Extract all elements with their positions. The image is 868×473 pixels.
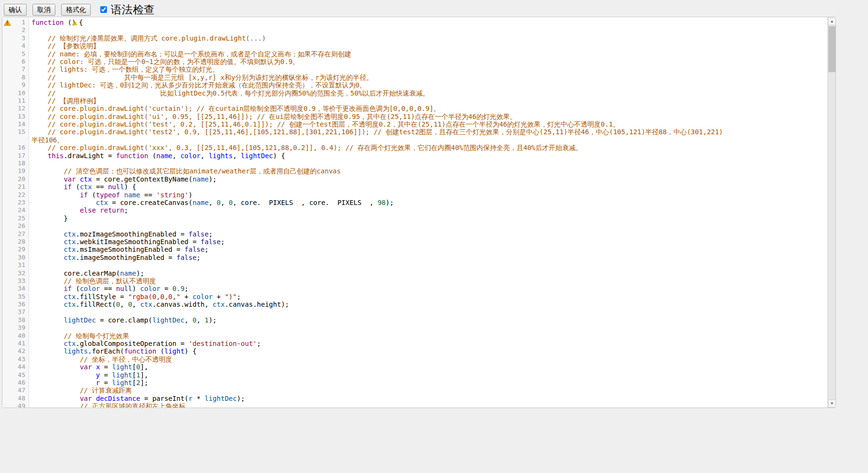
- lint-marker-slot: [2, 355, 12, 363]
- line-number: 24: [12, 206, 27, 214]
- code-line-text: function () {: [27, 19, 827, 26]
- code-line: 47 // 计算衰减距离: [2, 387, 827, 394]
- line-number: 19: [12, 167, 27, 175]
- lint-marker-slot: [2, 199, 12, 206]
- lint-marker-slot: [2, 26, 12, 34]
- line-number: 5: [12, 50, 27, 58]
- inline-warning-icon: [72, 19, 78, 26]
- lint-marker-slot: [2, 58, 12, 65]
- confirm-button[interactable]: 确认: [4, 4, 27, 16]
- lint-marker-slot: [2, 254, 12, 261]
- code-line-text: if (color == null) color = 0.9;: [27, 285, 827, 292]
- line-number: 39: [12, 324, 27, 332]
- syntax-check-toggle[interactable]: 语法检查: [100, 3, 155, 16]
- code-line-text: // name: 必填，要绘制到的画布名；可以是一个系统画布，或者是个自定义画布…: [27, 50, 827, 58]
- code-editor[interactable]: 1function () {23 // 绘制灯光/漆黑层效果。调用方式 core…: [2, 17, 836, 408]
- scroll-down-button[interactable]: ▼: [828, 399, 836, 408]
- lint-marker-slot: [2, 332, 12, 340]
- lint-marker-slot: [2, 301, 12, 308]
- line-number: 2: [12, 26, 27, 34]
- line-number: 25: [12, 215, 27, 222]
- lint-marker-slot: [2, 261, 12, 269]
- lint-marker-slot: [2, 34, 12, 42]
- cancel-button[interactable]: 取消: [32, 4, 55, 16]
- code-line-text: // lights: 可选，一个数组，定义了每个独立的灯光。: [27, 65, 827, 73]
- code-line-text: // core.plugin.drawLight('test', 0.2, [[…: [27, 120, 827, 128]
- code-line: 36 ctx.fillRect(0, 0, ctx.canvas.width, …: [2, 301, 827, 308]
- code-line: 42 lights.forEach(function (light) {: [2, 347, 827, 355]
- lint-marker-slot: [2, 387, 12, 394]
- code-line: 22 if (typeof name == 'string'): [2, 191, 827, 199]
- code-line-text: // 其中每一项是三元组 [x,y,r] x和y分别为该灯光的横纵坐标，r为该灯…: [27, 74, 827, 81]
- code-line: 39: [2, 324, 827, 332]
- code-line-text: [27, 261, 827, 269]
- code-line: 28 ctx.webkitImageSmoothingEnabled = fal…: [2, 238, 827, 246]
- code-line: 34 if (color == null) color = 0.9;: [2, 285, 827, 292]
- lint-marker-slot: [2, 246, 12, 253]
- code-line: 44 var x = light[0],: [2, 363, 827, 371]
- code-line: 11 // 【调用样例】: [2, 97, 827, 105]
- line-number: 7: [12, 65, 27, 73]
- lint-marker-slot: [2, 371, 12, 379]
- lint-marker-slot: [2, 340, 12, 347]
- line-number: 23: [12, 199, 27, 206]
- line-number: [12, 136, 27, 144]
- code-line-text: else return;: [27, 206, 827, 214]
- line-number: 8: [12, 74, 27, 81]
- code-line: 20 var ctx = core.getContextByName(name)…: [2, 175, 827, 183]
- vertical-scrollbar[interactable]: ▲ ▼: [827, 17, 836, 408]
- code-line: 6 // color: 可选，只能是一个0~1之间的数，为不透明度的值。不填则默…: [2, 58, 827, 65]
- lint-marker-slot: [2, 128, 12, 136]
- syntax-check-checkbox[interactable]: [100, 6, 107, 13]
- code-line: 17 this.drawLight = function (name, colo…: [2, 152, 827, 160]
- code-line-text: // 清空色调层；也可以修改成其它层比如animate/weather层，或者用…: [27, 167, 827, 175]
- line-number: 49: [12, 402, 27, 408]
- lint-marker-slot: [2, 324, 12, 332]
- line-number: 15: [12, 128, 27, 136]
- line-number: 41: [12, 340, 27, 347]
- lint-marker-slot: [2, 167, 12, 175]
- lint-marker-slot: [2, 136, 12, 144]
- code-line-text: // 比如lightDec为0.5代表，每个灯光部分内圈50%的范围全亮，50%…: [27, 89, 827, 97]
- code-line: 13 // core.plugin.drawLight('ui', 0.95, …: [2, 113, 827, 120]
- scrollbar-thumb[interactable]: [828, 26, 836, 72]
- code-line: 41 ctx.globalCompositeOperation = 'desti…: [2, 340, 827, 347]
- code-line: 12 // core.plugin.drawLight('curtain'); …: [2, 105, 827, 112]
- lint-marker-slot: [2, 285, 12, 292]
- code-line-text: ctx.msImageSmoothingEnabled = false;: [27, 246, 827, 253]
- line-number: 3: [12, 34, 27, 42]
- code-line-text: [27, 308, 827, 316]
- lint-marker-slot: [2, 113, 12, 120]
- code-line-wrapped: 半径106。: [2, 136, 827, 144]
- line-number: 28: [12, 238, 27, 246]
- code-line-text: ctx.imageSmoothingEnabled = false;: [27, 254, 827, 261]
- code-line: 3 // 绘制灯光/漆黑层效果。调用方式 core.plugin.drawLig…: [2, 34, 827, 42]
- scroll-up-button[interactable]: ▲: [828, 17, 836, 25]
- line-number: 40: [12, 332, 27, 340]
- format-button[interactable]: 格式化: [61, 4, 91, 16]
- code-line-text: lights.forEach(function (light) {: [27, 347, 827, 355]
- lint-marker-slot: [2, 277, 12, 285]
- code-area[interactable]: 1function () {23 // 绘制灯光/漆黑层效果。调用方式 core…: [2, 17, 827, 408]
- code-line: 5 // name: 必填，要绘制到的画布名；可以是一个系统画布，或者是个自定义…: [2, 50, 827, 58]
- lint-marker-slot: [2, 238, 12, 246]
- lint-marker-slot: [2, 105, 12, 112]
- lint-marker-slot: [2, 222, 12, 230]
- code-line-text: // 坐标，半径，中心不透明度: [27, 355, 827, 363]
- code-line-text: if (ctx == null) {: [27, 183, 827, 191]
- code-line: 33 // 绘制色调层，默认不透明度: [2, 277, 827, 285]
- lint-marker-slot: [2, 89, 12, 97]
- lint-marker-slot: [2, 50, 12, 58]
- lint-marker-slot: [2, 308, 12, 316]
- code-line-text: // 正方形区域的直径和左上角坐标: [27, 402, 827, 408]
- line-number: 43: [12, 355, 27, 363]
- line-number: 14: [12, 120, 27, 128]
- code-line: 25 }: [2, 215, 827, 222]
- line-number: 16: [12, 144, 27, 151]
- line-number: 10: [12, 89, 27, 97]
- lint-marker-slot: [2, 363, 12, 371]
- line-number: 35: [12, 293, 27, 301]
- code-line-text: ctx.globalCompositeOperation = 'destinat…: [27, 340, 827, 347]
- code-line: 2: [2, 26, 827, 34]
- line-number: 32: [12, 269, 27, 277]
